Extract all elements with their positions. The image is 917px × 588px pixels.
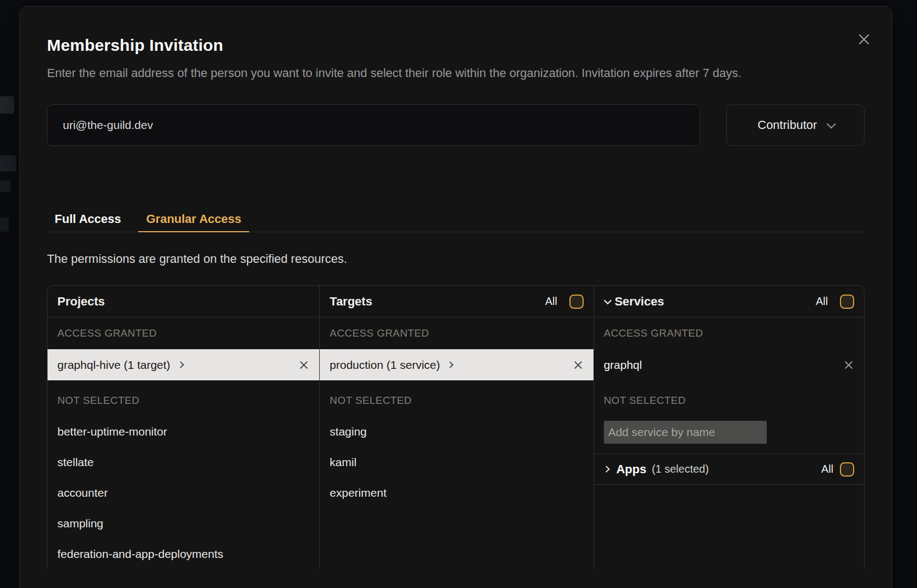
background-page-remnant (0, 155, 16, 172)
remove-target-icon[interactable] (573, 360, 584, 371)
chevron-right-icon (603, 466, 610, 473)
services-all-checkbox[interactable] (840, 295, 854, 309)
projects-column: Projects ACCESS GRANTED graphql-hive (1 … (48, 286, 319, 569)
services-title: Services (615, 295, 665, 309)
apps-all-checkbox[interactable] (840, 462, 854, 477)
resources-grid: Projects ACCESS GRANTED graphql-hive (1 … (47, 285, 865, 569)
role-select[interactable]: Contributor (726, 104, 865, 146)
target-list-item[interactable]: experiment (320, 478, 593, 508)
remove-service-icon[interactable] (843, 360, 854, 371)
background-page-remnant (0, 180, 11, 192)
page-backdrop: Membership Invitation Enter the email ad… (0, 0, 917, 588)
chevron-down-icon (604, 296, 612, 304)
selected-service-label: graphql (604, 358, 642, 372)
tab-full-access[interactable]: Full Access (47, 207, 128, 232)
chevron-right-icon (177, 361, 184, 368)
email-input[interactable] (47, 104, 700, 146)
services-column: Services All ACCESS GRANTED graphql NOT … (593, 286, 864, 569)
add-service-input[interactable] (604, 421, 767, 444)
services-all-label: All (816, 295, 828, 308)
chevron-down-icon (827, 119, 836, 128)
selected-project-row[interactable]: graphql-hive (1 target) (48, 349, 319, 380)
projects-title: Projects (57, 295, 105, 309)
projects-header: Projects (48, 286, 319, 317)
apps-count: (1 selected) (652, 463, 709, 475)
target-list-item[interactable]: kamil (320, 447, 593, 478)
project-list-item[interactable]: better-uptime-monitor (48, 416, 319, 447)
selected-project-label: graphql-hive (1 target) (57, 358, 171, 372)
background-page-remnant (0, 96, 14, 114)
project-list-item[interactable]: accounter (48, 478, 319, 508)
membership-invitation-dialog: Membership Invitation Enter the email ad… (19, 6, 892, 588)
projects-access-granted-label: ACCESS GRANTED (48, 317, 319, 349)
targets-all-label: All (545, 295, 557, 308)
apps-row[interactable]: Apps (1 selected) All (594, 454, 864, 485)
invite-row: Contributor (47, 104, 865, 146)
background-page-remnant (0, 217, 9, 232)
remove-project-icon[interactable] (298, 360, 309, 371)
project-list-item[interactable]: sampling (48, 508, 319, 539)
apps-all-label: All (821, 463, 833, 475)
selected-target-row[interactable]: production (1 service) (320, 349, 593, 380)
dialog-title: Membership Invitation (47, 35, 865, 56)
selected-target-label: production (1 service) (330, 358, 440, 372)
selected-service-row[interactable]: graphql (594, 349, 864, 380)
tab-granular-access[interactable]: Granular Access (138, 207, 249, 232)
dialog-description: Enter the email address of the person yo… (47, 63, 823, 83)
targets-header: Targets All (320, 286, 593, 317)
role-select-value: Contributor (757, 118, 817, 132)
close-button[interactable] (857, 32, 872, 47)
targets-all-checkbox[interactable] (569, 295, 584, 309)
services-access-granted-label: ACCESS GRANTED (594, 317, 864, 349)
targets-column: Targets All ACCESS GRANTED production (1… (319, 286, 593, 569)
services-not-selected-label: NOT SELECTED (594, 392, 864, 409)
targets-access-granted-label: ACCESS GRANTED (320, 317, 593, 349)
apps-title: Apps (616, 462, 646, 477)
targets-not-selected-label: NOT SELECTED (320, 392, 593, 409)
target-list-item[interactable]: staging (320, 416, 593, 447)
project-list-item[interactable]: federation-and-app-deployments (48, 539, 319, 569)
access-tabs: Full Access Granular Access (47, 207, 865, 232)
projects-not-selected-label: NOT SELECTED (48, 392, 319, 409)
services-header[interactable]: Services All (594, 286, 864, 317)
project-list-item[interactable]: stellate (48, 447, 319, 478)
chevron-right-icon (446, 361, 454, 368)
permissions-note: The permissions are granted on the speci… (47, 252, 865, 266)
close-icon (857, 32, 871, 46)
targets-title: Targets (330, 295, 372, 309)
